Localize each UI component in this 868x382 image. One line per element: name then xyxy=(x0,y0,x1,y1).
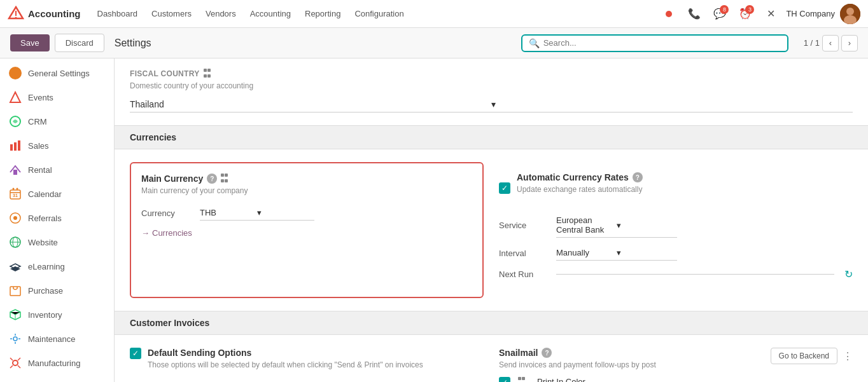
currency-row: Currency THB ▾ xyxy=(141,205,472,221)
toolbar: Save Discard Settings 🔍 1 / 1 ‹ › xyxy=(0,28,868,58)
clock-icon[interactable]: ⏰ 3 xyxy=(735,4,755,24)
save-button[interactable]: Save xyxy=(10,34,50,51)
rental-icon xyxy=(9,163,22,176)
service-row: Service European Central Bank ▾ xyxy=(499,213,853,238)
sidebar-item-manufacturing[interactable]: Manufacturing xyxy=(0,351,114,375)
default-sending-col: ✓ Default Sending Options Those options … xyxy=(130,348,484,382)
sidebar-item-calendar[interactable]: 31 Calendar xyxy=(0,182,114,206)
print-in-color-grid-icon xyxy=(518,377,528,382)
service-label: Service xyxy=(499,221,556,230)
go-to-backend-button[interactable]: Go to Backend xyxy=(771,348,837,364)
red-dot-icon xyxy=(666,11,672,17)
fiscal-country-area: Fiscal Country Domestic country of your … xyxy=(115,58,868,125)
sidebar-item-elearning[interactable]: eLearning xyxy=(0,254,114,278)
currency-chevron-icon: ▾ xyxy=(257,208,314,217)
more-options-icon[interactable]: ⋮ xyxy=(843,350,853,362)
nav-vendors[interactable]: Vendors xyxy=(199,5,242,22)
next-run-row: Next Run ↻ xyxy=(499,268,853,280)
close-icon[interactable]: ✕ xyxy=(760,4,781,24)
sidebar-item-referrals[interactable]: Referrals xyxy=(0,206,114,230)
sidebar-item-sales[interactable]: Sales xyxy=(0,133,114,158)
fiscal-country-select[interactable]: Thailand ▾ xyxy=(130,97,853,113)
snailmail-col: Snailmail ? Send invoices and payment fo… xyxy=(499,348,853,382)
pagination-label: 1 / 1 xyxy=(804,38,820,48)
chat-icon[interactable]: 💬 8 xyxy=(710,4,730,24)
top-navigation: Accounting Dashboard Customers Vendors A… xyxy=(0,0,868,28)
service-value: European Central Bank xyxy=(556,215,617,235)
snailmail-help-icon[interactable]: ? xyxy=(542,348,552,358)
refresh-icon[interactable]: ↻ xyxy=(844,268,853,280)
sidebar-label-website: Website xyxy=(28,238,58,247)
svg-rect-9 xyxy=(14,142,17,151)
print-in-color-checkbox[interactable]: ✓ xyxy=(499,377,510,382)
auto-currency-desc: Update exchange rates automatically xyxy=(517,185,643,194)
default-sending-checkbox[interactable]: ✓ xyxy=(130,348,141,359)
svg-rect-8 xyxy=(10,144,13,151)
currencies-link[interactable]: → Currencies xyxy=(141,228,472,238)
svg-point-25 xyxy=(13,360,18,365)
svg-point-18 xyxy=(13,216,17,220)
currencies-section-header: Currencies xyxy=(115,125,868,149)
sidebar-item-events[interactable]: Events xyxy=(0,85,114,109)
pagination-prev[interactable]: ‹ xyxy=(822,35,839,51)
nav-configuration[interactable]: Configuration xyxy=(348,5,410,22)
pagination-next[interactable]: › xyxy=(841,35,858,51)
service-select[interactable]: European Central Bank ▾ xyxy=(556,213,677,238)
snailmail-title: Snailmail ? xyxy=(499,348,656,358)
sidebar-item-crm[interactable]: CRM xyxy=(0,109,114,133)
sidebar-item-purchase[interactable]: Purchase xyxy=(0,278,114,303)
svg-marker-6 xyxy=(10,92,20,102)
main-currency-desc: Main currency of your company xyxy=(141,186,472,195)
discard-button[interactable]: Discard xyxy=(55,34,104,52)
auto-currency-box: ✓ Automatic Currency Rates ? Update exch… xyxy=(499,162,853,298)
user-avatar[interactable] xyxy=(840,4,860,24)
sidebar-label-rental: Rental xyxy=(28,165,52,175)
phone-icon[interactable]: 📞 xyxy=(684,4,704,24)
currencies-title: Currencies xyxy=(130,132,176,142)
svg-point-24 xyxy=(13,337,17,341)
page-title: Settings xyxy=(115,38,151,49)
main-currency-grid-icon[interactable] xyxy=(221,174,231,184)
manufacturing-icon xyxy=(9,357,22,369)
sidebar-label-inventory: Inventory xyxy=(28,310,62,320)
elearning-icon xyxy=(9,260,22,273)
auto-currency-checkbox[interactable]: ✓ xyxy=(499,182,510,194)
sidebar-label-calendar: Calendar xyxy=(28,189,62,199)
sidebar-item-website[interactable]: Website xyxy=(0,230,114,254)
interval-label: Interval xyxy=(499,249,556,258)
calendar-icon: 31 xyxy=(9,188,22,200)
sidebar-label-purchase: Purchase xyxy=(28,286,63,296)
website-icon xyxy=(9,236,22,249)
referrals-icon xyxy=(9,212,22,224)
print-in-color-row: ✓ Print In Color xyxy=(499,377,853,382)
nav-accounting[interactable]: Accounting xyxy=(244,5,297,22)
settings-content: Fiscal Country Domestic country of your … xyxy=(115,58,868,382)
sidebar-item-general-settings[interactable]: General Settings xyxy=(0,61,114,85)
currency-select[interactable]: THB ▾ xyxy=(200,205,314,221)
sidebar-label-referrals: Referrals xyxy=(28,214,62,223)
customer-invoices-section-header: Customer Invoices xyxy=(115,311,868,335)
nav-customers[interactable]: Customers xyxy=(145,5,198,22)
app-name: Accounting xyxy=(28,8,81,19)
chevron-down-icon: ▾ xyxy=(491,99,853,109)
sidebar-item-inventory[interactable]: Inventory xyxy=(0,303,114,327)
sidebar-label-crm: CRM xyxy=(28,117,47,126)
fiscal-grid-icon[interactable] xyxy=(204,69,214,79)
auto-currency-help-icon[interactable]: ? xyxy=(633,172,643,182)
status-indicator xyxy=(659,4,679,24)
interval-value: Manually xyxy=(556,248,617,257)
currencies-grid: Main Currency ? Main currency of your co… xyxy=(115,149,868,311)
sidebar: General Settings Events CRM Sales Rental xyxy=(0,58,115,382)
sidebar-item-maintenance[interactable]: Maintenance xyxy=(0,327,114,351)
help-icon[interactable]: ? xyxy=(207,174,217,184)
snailmail-actions: Go to Backend ⋮ xyxy=(771,348,853,364)
invoice-grid: ✓ Default Sending Options Those options … xyxy=(130,348,853,382)
interval-select[interactable]: Manually ▾ xyxy=(556,245,677,261)
search-input[interactable] xyxy=(543,38,781,48)
sidebar-label-events: Events xyxy=(28,93,53,102)
app-logo[interactable]: Accounting xyxy=(8,6,81,22)
sidebar-item-rental[interactable]: Rental xyxy=(0,158,114,182)
nav-dashboard[interactable]: Dashboard xyxy=(91,5,144,22)
search-icon: 🔍 xyxy=(529,38,540,48)
nav-reporting[interactable]: Reporting xyxy=(298,5,347,22)
